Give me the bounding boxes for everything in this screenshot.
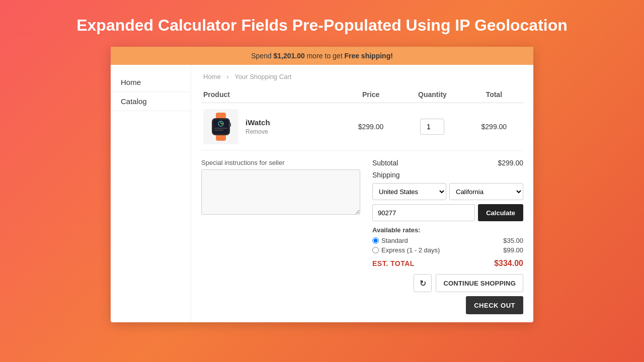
instructions-area: Special instructions for seller — [201, 159, 360, 314]
breadcrumb-home[interactable]: Home — [203, 73, 221, 80]
subtotal-row: Subtotal $299.00 — [372, 159, 523, 167]
cart-table: Product Price Quantity Total — [201, 86, 523, 151]
rate-express-price: $99.00 — [503, 246, 523, 254]
est-total-label: EST. TOTAL — [372, 259, 415, 267]
subtotal-label: Subtotal — [372, 159, 398, 167]
instructions-label: Special instructions for seller — [201, 159, 360, 166]
promo-highlight: Free shipping! — [344, 52, 392, 60]
rate-standard-price: $35.00 — [503, 237, 523, 244]
sidebar-item-catalog[interactable]: Catalog — [111, 92, 191, 111]
continue-shopping-button[interactable]: CONTINUE SHOPPING — [436, 274, 523, 292]
country-select[interactable]: United States — [372, 183, 446, 200]
col-header-total: Total — [465, 86, 523, 103]
subtotal-value: $299.00 — [498, 159, 523, 167]
svg-rect-8 — [214, 130, 223, 131]
quantity-input[interactable] — [420, 119, 444, 135]
rate-express-radio[interactable] — [372, 247, 379, 253]
shipping-label: Shipping — [372, 171, 400, 179]
product-cell: iWatch Remove — [203, 109, 340, 144]
est-total-row: EST. TOTAL $334.00 — [372, 259, 523, 268]
remove-link[interactable]: Remove — [246, 128, 270, 135]
rate-standard-label[interactable]: Standard — [372, 237, 408, 244]
action-buttons: ↻ CONTINUE SHOPPING — [372, 274, 523, 292]
promo-text-prefix: Spend — [251, 52, 273, 60]
est-total-value: $334.00 — [494, 259, 523, 268]
shop-body: Home Catalog Home › Your Shopping Cart P… — [111, 65, 533, 322]
refresh-button[interactable]: ↻ — [414, 274, 432, 292]
product-image — [203, 109, 238, 144]
product-price: $299.00 — [342, 103, 400, 151]
breadcrumb-current: Your Shopping Cart — [234, 73, 291, 80]
shop-window: Spend $1,201.00 more to get Free shippin… — [111, 47, 533, 322]
svg-rect-7 — [214, 128, 227, 129]
sidebar: Home Catalog — [111, 65, 191, 322]
product-info: iWatch Remove — [246, 118, 270, 135]
shipping-label-row: Shipping — [372, 171, 523, 179]
main-content: Home › Your Shopping Cart Product Price … — [191, 65, 533, 322]
instructions-textarea[interactable] — [201, 169, 360, 215]
breadcrumb: Home › Your Shopping Cart — [201, 73, 523, 80]
page-title: Expanded Calculator Fields Pre-Populated… — [76, 16, 568, 35]
state-select[interactable]: California — [449, 183, 523, 200]
summary-area: Subtotal $299.00 Shipping United States … — [372, 159, 523, 314]
col-header-price: Price — [342, 86, 400, 103]
zip-input[interactable] — [372, 204, 475, 221]
promo-amount: $1,201.00 — [274, 52, 305, 60]
svg-rect-1 — [216, 135, 226, 141]
rate-standard-radio[interactable] — [372, 237, 379, 244]
sidebar-item-home[interactable]: Home — [111, 73, 191, 92]
checkout-button[interactable]: CHECK OUT — [466, 296, 523, 314]
shipping-selects: United States California — [372, 183, 523, 200]
rate-express-label[interactable]: Express (1 - 2 days) — [372, 246, 440, 254]
rate-option-standard: Standard $35.00 — [372, 237, 523, 244]
product-name: iWatch — [246, 118, 270, 127]
available-rates-label: Available rates: — [372, 226, 523, 234]
breadcrumb-separator: › — [226, 73, 228, 80]
promo-text-suffix: more to get — [305, 52, 345, 60]
svg-rect-0 — [216, 113, 226, 119]
calculate-button[interactable]: Calculate — [478, 204, 523, 221]
col-header-quantity: Quantity — [400, 86, 465, 103]
svg-rect-9 — [229, 123, 231, 127]
lower-section: Special instructions for seller Subtotal… — [201, 159, 523, 314]
product-total: $299.00 — [465, 103, 523, 151]
promo-bar: Spend $1,201.00 more to get Free shippin… — [111, 47, 533, 65]
zip-row: Calculate — [372, 204, 523, 221]
rate-option-express: Express (1 - 2 days) $99.00 — [372, 246, 523, 254]
table-row: iWatch Remove $299.00 $299.00 — [201, 103, 523, 151]
col-header-product: Product — [201, 86, 342, 103]
